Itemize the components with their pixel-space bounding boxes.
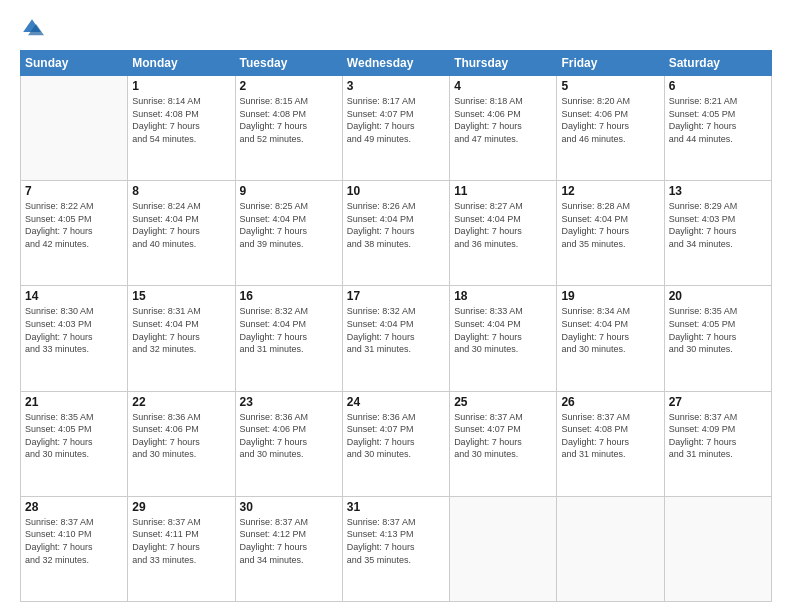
weekday-header-friday: Friday — [557, 51, 664, 76]
calendar-cell: 3Sunrise: 8:17 AM Sunset: 4:07 PM Daylig… — [342, 76, 449, 181]
day-detail: Sunrise: 8:17 AM Sunset: 4:07 PM Dayligh… — [347, 95, 445, 145]
day-number: 23 — [240, 395, 338, 409]
calendar-cell: 14Sunrise: 8:30 AM Sunset: 4:03 PM Dayli… — [21, 286, 128, 391]
day-number: 27 — [669, 395, 767, 409]
calendar-table: SundayMondayTuesdayWednesdayThursdayFrid… — [20, 50, 772, 602]
day-detail: Sunrise: 8:21 AM Sunset: 4:05 PM Dayligh… — [669, 95, 767, 145]
day-detail: Sunrise: 8:35 AM Sunset: 4:05 PM Dayligh… — [669, 305, 767, 355]
calendar-week-3: 21Sunrise: 8:35 AM Sunset: 4:05 PM Dayli… — [21, 391, 772, 496]
day-detail: Sunrise: 8:34 AM Sunset: 4:04 PM Dayligh… — [561, 305, 659, 355]
day-detail: Sunrise: 8:32 AM Sunset: 4:04 PM Dayligh… — [347, 305, 445, 355]
logo — [20, 16, 46, 40]
day-detail: Sunrise: 8:36 AM Sunset: 4:06 PM Dayligh… — [240, 411, 338, 461]
calendar-cell: 13Sunrise: 8:29 AM Sunset: 4:03 PM Dayli… — [664, 181, 771, 286]
day-detail: Sunrise: 8:24 AM Sunset: 4:04 PM Dayligh… — [132, 200, 230, 250]
day-number: 24 — [347, 395, 445, 409]
weekday-header-saturday: Saturday — [664, 51, 771, 76]
day-detail: Sunrise: 8:26 AM Sunset: 4:04 PM Dayligh… — [347, 200, 445, 250]
calendar-cell: 27Sunrise: 8:37 AM Sunset: 4:09 PM Dayli… — [664, 391, 771, 496]
day-number: 4 — [454, 79, 552, 93]
calendar-week-0: 1Sunrise: 8:14 AM Sunset: 4:08 PM Daylig… — [21, 76, 772, 181]
day-detail: Sunrise: 8:37 AM Sunset: 4:08 PM Dayligh… — [561, 411, 659, 461]
calendar-week-2: 14Sunrise: 8:30 AM Sunset: 4:03 PM Dayli… — [21, 286, 772, 391]
day-detail: Sunrise: 8:31 AM Sunset: 4:04 PM Dayligh… — [132, 305, 230, 355]
calendar-cell: 7Sunrise: 8:22 AM Sunset: 4:05 PM Daylig… — [21, 181, 128, 286]
calendar-week-4: 28Sunrise: 8:37 AM Sunset: 4:10 PM Dayli… — [21, 496, 772, 601]
day-number: 22 — [132, 395, 230, 409]
day-number: 13 — [669, 184, 767, 198]
calendar-cell — [664, 496, 771, 601]
calendar-cell: 31Sunrise: 8:37 AM Sunset: 4:13 PM Dayli… — [342, 496, 449, 601]
day-number: 1 — [132, 79, 230, 93]
calendar-cell: 24Sunrise: 8:36 AM Sunset: 4:07 PM Dayli… — [342, 391, 449, 496]
calendar-cell: 21Sunrise: 8:35 AM Sunset: 4:05 PM Dayli… — [21, 391, 128, 496]
day-detail: Sunrise: 8:37 AM Sunset: 4:13 PM Dayligh… — [347, 516, 445, 566]
day-detail: Sunrise: 8:22 AM Sunset: 4:05 PM Dayligh… — [25, 200, 123, 250]
day-number: 30 — [240, 500, 338, 514]
calendar-cell: 10Sunrise: 8:26 AM Sunset: 4:04 PM Dayli… — [342, 181, 449, 286]
day-detail: Sunrise: 8:18 AM Sunset: 4:06 PM Dayligh… — [454, 95, 552, 145]
day-detail: Sunrise: 8:37 AM Sunset: 4:09 PM Dayligh… — [669, 411, 767, 461]
logo-icon — [20, 16, 44, 40]
calendar-cell: 15Sunrise: 8:31 AM Sunset: 4:04 PM Dayli… — [128, 286, 235, 391]
day-number: 16 — [240, 289, 338, 303]
day-number: 15 — [132, 289, 230, 303]
calendar-cell: 28Sunrise: 8:37 AM Sunset: 4:10 PM Dayli… — [21, 496, 128, 601]
day-detail: Sunrise: 8:35 AM Sunset: 4:05 PM Dayligh… — [25, 411, 123, 461]
calendar-header-row: SundayMondayTuesdayWednesdayThursdayFrid… — [21, 51, 772, 76]
day-number: 25 — [454, 395, 552, 409]
calendar-cell: 29Sunrise: 8:37 AM Sunset: 4:11 PM Dayli… — [128, 496, 235, 601]
day-detail: Sunrise: 8:32 AM Sunset: 4:04 PM Dayligh… — [240, 305, 338, 355]
day-detail: Sunrise: 8:15 AM Sunset: 4:08 PM Dayligh… — [240, 95, 338, 145]
calendar-cell: 17Sunrise: 8:32 AM Sunset: 4:04 PM Dayli… — [342, 286, 449, 391]
calendar-cell: 16Sunrise: 8:32 AM Sunset: 4:04 PM Dayli… — [235, 286, 342, 391]
day-detail: Sunrise: 8:36 AM Sunset: 4:07 PM Dayligh… — [347, 411, 445, 461]
calendar-cell: 8Sunrise: 8:24 AM Sunset: 4:04 PM Daylig… — [128, 181, 235, 286]
weekday-header-sunday: Sunday — [21, 51, 128, 76]
calendar-cell: 18Sunrise: 8:33 AM Sunset: 4:04 PM Dayli… — [450, 286, 557, 391]
calendar-cell: 6Sunrise: 8:21 AM Sunset: 4:05 PM Daylig… — [664, 76, 771, 181]
calendar-cell: 26Sunrise: 8:37 AM Sunset: 4:08 PM Dayli… — [557, 391, 664, 496]
day-number: 18 — [454, 289, 552, 303]
day-detail: Sunrise: 8:30 AM Sunset: 4:03 PM Dayligh… — [25, 305, 123, 355]
day-detail: Sunrise: 8:27 AM Sunset: 4:04 PM Dayligh… — [454, 200, 552, 250]
day-detail: Sunrise: 8:37 AM Sunset: 4:10 PM Dayligh… — [25, 516, 123, 566]
day-detail: Sunrise: 8:33 AM Sunset: 4:04 PM Dayligh… — [454, 305, 552, 355]
calendar-cell — [450, 496, 557, 601]
day-number: 9 — [240, 184, 338, 198]
day-detail: Sunrise: 8:25 AM Sunset: 4:04 PM Dayligh… — [240, 200, 338, 250]
day-number: 12 — [561, 184, 659, 198]
calendar-cell: 9Sunrise: 8:25 AM Sunset: 4:04 PM Daylig… — [235, 181, 342, 286]
day-number: 3 — [347, 79, 445, 93]
calendar-cell: 30Sunrise: 8:37 AM Sunset: 4:12 PM Dayli… — [235, 496, 342, 601]
day-number: 31 — [347, 500, 445, 514]
calendar-cell: 1Sunrise: 8:14 AM Sunset: 4:08 PM Daylig… — [128, 76, 235, 181]
weekday-header-tuesday: Tuesday — [235, 51, 342, 76]
calendar-cell: 25Sunrise: 8:37 AM Sunset: 4:07 PM Dayli… — [450, 391, 557, 496]
calendar-cell: 5Sunrise: 8:20 AM Sunset: 4:06 PM Daylig… — [557, 76, 664, 181]
calendar-cell: 12Sunrise: 8:28 AM Sunset: 4:04 PM Dayli… — [557, 181, 664, 286]
day-number: 5 — [561, 79, 659, 93]
day-number: 8 — [132, 184, 230, 198]
day-number: 21 — [25, 395, 123, 409]
calendar-cell: 22Sunrise: 8:36 AM Sunset: 4:06 PM Dayli… — [128, 391, 235, 496]
calendar-cell: 11Sunrise: 8:27 AM Sunset: 4:04 PM Dayli… — [450, 181, 557, 286]
day-detail: Sunrise: 8:28 AM Sunset: 4:04 PM Dayligh… — [561, 200, 659, 250]
calendar-cell: 2Sunrise: 8:15 AM Sunset: 4:08 PM Daylig… — [235, 76, 342, 181]
day-detail: Sunrise: 8:20 AM Sunset: 4:06 PM Dayligh… — [561, 95, 659, 145]
day-number: 14 — [25, 289, 123, 303]
calendar-cell — [557, 496, 664, 601]
day-detail: Sunrise: 8:14 AM Sunset: 4:08 PM Dayligh… — [132, 95, 230, 145]
calendar-week-1: 7Sunrise: 8:22 AM Sunset: 4:05 PM Daylig… — [21, 181, 772, 286]
day-number: 26 — [561, 395, 659, 409]
day-number: 17 — [347, 289, 445, 303]
weekday-header-wednesday: Wednesday — [342, 51, 449, 76]
day-number: 6 — [669, 79, 767, 93]
day-number: 7 — [25, 184, 123, 198]
day-detail: Sunrise: 8:36 AM Sunset: 4:06 PM Dayligh… — [132, 411, 230, 461]
calendar-cell: 20Sunrise: 8:35 AM Sunset: 4:05 PM Dayli… — [664, 286, 771, 391]
page: SundayMondayTuesdayWednesdayThursdayFrid… — [0, 0, 792, 612]
day-number: 10 — [347, 184, 445, 198]
weekday-header-thursday: Thursday — [450, 51, 557, 76]
day-number: 20 — [669, 289, 767, 303]
